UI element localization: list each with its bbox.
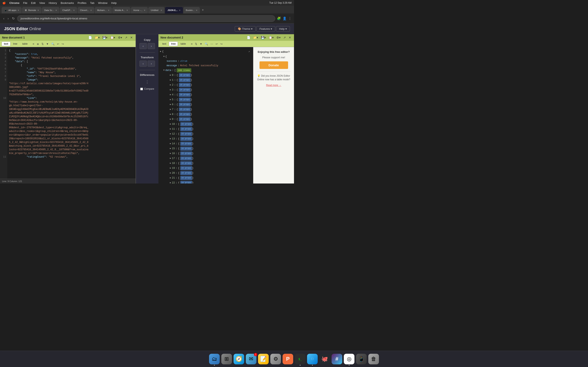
tree-item-toggle-7[interactable]: ▶ <box>170 108 171 111</box>
tab-booking[interactable]: Bookin... ✕ <box>183 7 200 13</box>
forward-button[interactable]: › <box>7 16 9 21</box>
copy-left-button[interactable]: ‹ <box>139 43 147 49</box>
help-button[interactable]: Help ▾ <box>276 26 290 32</box>
tree-item-toggle-11[interactable]: ▶ <box>170 127 171 131</box>
tab-all-apps[interactable]: 📱 All apps ✕ <box>2 7 22 13</box>
right-share-button[interactable]: ↗ <box>283 35 287 40</box>
tab-close-icon[interactable]: ✕ <box>144 9 145 11</box>
left-tab-text[interactable]: text <box>2 42 10 46</box>
tab-datascience[interactable]: Data Sc... ✕ <box>42 7 60 13</box>
tree-item-toggle-12[interactable]: ▶ <box>170 132 171 136</box>
tree-item-toggle-6[interactable]: ▶ <box>170 103 171 106</box>
left-tab-tree[interactable]: tree <box>11 42 20 46</box>
right-filter-button[interactable]: ▼ <box>199 42 203 46</box>
right-new-doc-button[interactable]: 📄 <box>246 35 251 40</box>
external-link-icon[interactable]: ↗ <box>247 49 251 54</box>
apple-menu[interactable]: 🍎 <box>2 1 6 4</box>
refresh-button[interactable]: ↻ <box>11 16 16 21</box>
tree-success-checkbox[interactable]: ☑ <box>180 59 182 63</box>
tree-item-toggle-1[interactable]: ▶ <box>170 78 171 82</box>
tree-item-toggle-21[interactable]: ▶ <box>170 176 171 180</box>
tree-collapse-icon[interactable]: ▼ <box>163 55 164 58</box>
right-sort-button[interactable]: ⇅ <box>194 42 198 46</box>
tree-item-toggle-8[interactable]: ▶ <box>170 113 171 116</box>
tab-close-icon[interactable]: ✕ <box>196 9 198 11</box>
right-tab-tree[interactable]: tree <box>169 42 178 46</box>
new-doc-button[interactable]: 📄 <box>87 35 93 40</box>
extensions-icon[interactable]: 🧩 <box>277 17 281 20</box>
transform-right-button[interactable]: › <box>148 60 155 67</box>
tree-item-toggle-15[interactable]: ▶ <box>170 147 171 150</box>
copy-button[interactable]: 📋▾ <box>109 35 116 40</box>
theme-button[interactable]: 🎨 Theme ▾ <box>235 26 255 32</box>
tree-item-toggle-9[interactable]: ▶ <box>170 117 171 121</box>
right-more-button[interactable]: ⋯ <box>210 42 214 46</box>
tree-item-toggle-5[interactable]: ▶ <box>170 98 171 101</box>
tree-item-toggle-16[interactable]: ▶ <box>170 152 171 155</box>
left-code-editor[interactable]: 1234567891011 { "success": true, "messag… <box>0 47 136 179</box>
more-options-button[interactable]: ⋮ <box>145 80 149 84</box>
features-button[interactable]: Features ▾ <box>256 26 275 32</box>
more-options-icon[interactable]: ⋮ <box>288 17 292 20</box>
tree-item-toggle-19[interactable]: ▶ <box>170 166 171 170</box>
menu-tab[interactable]: Tab <box>90 1 94 4</box>
right-tab-table[interactable]: table <box>178 42 188 46</box>
menu-file[interactable]: File <box>23 1 27 4</box>
right-search-button[interactable]: 🔍 <box>204 42 209 46</box>
tab-close-icon[interactable]: ✕ <box>90 9 92 11</box>
back-button[interactable]: ‹ <box>2 16 5 21</box>
tab-home[interactable]: Home -... ✕ <box>131 7 148 13</box>
tab-json-editor[interactable]: JSON E... ✕ <box>165 7 183 13</box>
right-tab-text[interactable]: text <box>160 42 168 46</box>
tree-item-toggle-2[interactable]: ▶ <box>170 83 171 87</box>
tree-item-toggle-4[interactable]: ▶ <box>170 93 171 97</box>
menu-help[interactable]: Help <box>111 1 117 4</box>
tree-item-toggle-14[interactable]: ▶ <box>170 142 171 146</box>
tree-item-toggle-22[interactable]: ▶ <box>170 181 171 184</box>
tree-item-toggle-18[interactable]: ▶ <box>170 161 171 165</box>
tree-expand-all-icon[interactable]: ▶ <box>160 50 161 53</box>
tree-item-toggle-3[interactable]: ▶ <box>170 88 171 92</box>
redo-button[interactable]: ↪ <box>61 42 65 46</box>
menu-window[interactable]: Window <box>98 1 107 4</box>
tab-close-icon[interactable]: ✕ <box>179 9 181 11</box>
tab-muham[interactable]: Muham... ✕ <box>95 7 112 13</box>
right-open-button[interactable]: 📁▾ <box>252 35 259 40</box>
tab-close-icon[interactable]: ✕ <box>37 9 39 11</box>
tab-close-icon[interactable]: ✕ <box>108 9 109 11</box>
tab-chatgpt[interactable]: ChatGP... ✕ <box>60 7 77 13</box>
tree-data-toggle[interactable]: ▼ <box>163 68 164 72</box>
right-copy-button[interactable]: 📋▾ <box>268 35 274 40</box>
read-more-link[interactable]: Read more → <box>266 84 281 87</box>
save-button[interactable]: 💾▾ <box>102 35 108 40</box>
open-button[interactable]: 📁▾ <box>94 35 100 40</box>
tree-item-toggle-17[interactable]: ▶ <box>170 157 171 160</box>
compare-checkbox[interactable]: Compare <box>140 87 154 90</box>
right-close-button[interactable]: ✕ <box>288 35 292 40</box>
code-content[interactable]: { "success": true, "message": "Hotel fet… <box>7 47 136 179</box>
donate-button[interactable]: Donate <box>259 61 288 69</box>
tab-close-icon[interactable]: ✕ <box>55 9 57 11</box>
menu-edit[interactable]: Edit <box>31 1 35 4</box>
left-tab-table[interactable]: table <box>20 42 30 46</box>
tree-item-toggle-13[interactable]: ▶ <box>170 137 171 141</box>
tree-item-toggle-0[interactable]: ▶ <box>170 73 171 77</box>
tab-clevert[interactable]: Clevert... ✕ <box>78 7 94 13</box>
copy-right-button[interactable]: › <box>148 43 155 49</box>
compare-input[interactable] <box>140 88 143 90</box>
undo-button[interactable]: ↩ <box>56 42 60 46</box>
transform-left-button[interactable]: ‹ <box>139 60 147 67</box>
tab-mobile[interactable]: Mobile A... ✕ <box>112 7 130 13</box>
tree-item-toggle-20[interactable]: ▶ <box>170 171 171 175</box>
search-button[interactable]: 🔍 <box>51 42 55 46</box>
menu-chrome[interactable]: Chrome <box>9 1 19 4</box>
tab-untitled[interactable]: Untitled ✕ <box>148 7 164 13</box>
profile-icon[interactable]: 👤 <box>283 17 287 20</box>
menu-bookmarks[interactable]: Bookmarks <box>61 1 74 4</box>
tab-close-icon[interactable]: ✕ <box>126 9 128 11</box>
filter-button[interactable]: ▼ <box>45 42 50 46</box>
new-tab-button[interactable]: + <box>200 7 205 13</box>
right-settings-button[interactable]: ⚙▾ <box>276 35 281 40</box>
format-button[interactable]: ≡ <box>32 42 35 46</box>
sort-button[interactable]: ≣ <box>36 42 40 46</box>
